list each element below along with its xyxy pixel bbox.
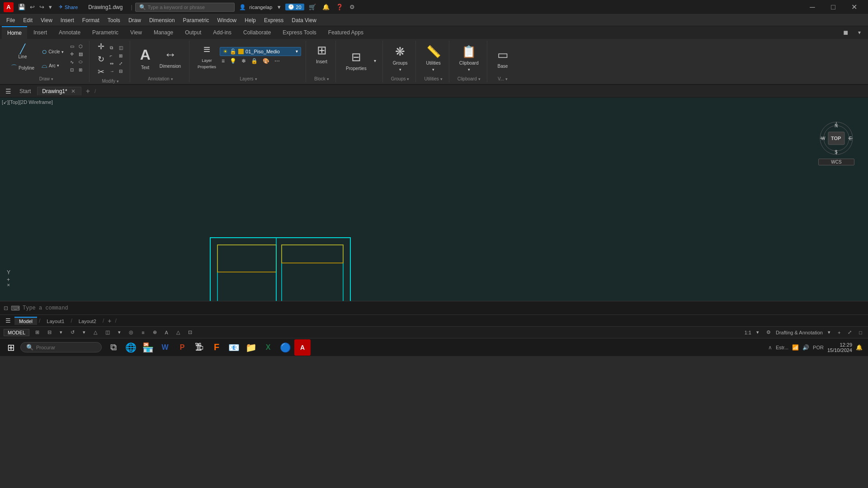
ribbon-collapse[interactable]: ▾ xyxy=(853,26,866,39)
tab-parametric[interactable]: Parametric xyxy=(87,26,124,39)
show-hidden-button[interactable]: ∧ xyxy=(768,344,772,351)
properties-button[interactable]: ⊟ Properties xyxy=(342,47,370,74)
trans-button[interactable]: ⊕ xyxy=(151,328,159,336)
offset-button[interactable]: ⊟ xyxy=(117,68,125,75)
rectangle-button[interactable]: ▭ xyxy=(68,43,76,50)
osnap-button[interactable]: ◫ xyxy=(103,328,112,336)
language-label[interactable]: POR xyxy=(813,345,824,350)
add-layout-button[interactable]: + xyxy=(106,317,113,324)
share-button[interactable]: ✈Share xyxy=(57,3,80,11)
clipboard-group-label[interactable]: Clipboard ▾ xyxy=(458,76,481,82)
utilities-group-label[interactable]: Utilities ▾ xyxy=(424,76,442,82)
workspace-dropdown[interactable]: ▾ xyxy=(826,328,833,336)
orbit-button[interactable]: ↺ xyxy=(68,328,77,336)
layers-group-label[interactable]: Layers ▾ xyxy=(240,76,257,82)
notification-icon[interactable]: 🔔 xyxy=(856,344,863,351)
hatch-button[interactable]: ▤ xyxy=(77,51,85,57)
spline-button[interactable]: ∿ xyxy=(68,58,76,66)
groups-button[interactable]: ❋ Groups ▾ xyxy=(389,42,411,75)
menu-window[interactable]: Window xyxy=(214,14,241,26)
menu-edit[interactable]: Edit xyxy=(19,14,36,26)
tab-output[interactable]: Output xyxy=(179,26,207,39)
tab-insert[interactable]: Insert xyxy=(28,26,52,39)
add-status-button[interactable]: + xyxy=(835,329,843,336)
scale-dropdown[interactable]: ▾ xyxy=(754,328,761,336)
tab-featuredapps[interactable]: Featured Apps xyxy=(323,26,369,39)
tab-manage[interactable]: Manage xyxy=(148,26,179,39)
redo-button[interactable]: ↪ xyxy=(38,3,46,11)
store-app[interactable]: 🏪 xyxy=(140,339,156,356)
mirror-button[interactable]: ◫ xyxy=(117,44,125,52)
sel-cycle-button[interactable]: A xyxy=(163,329,170,336)
browser-app[interactable]: 🌐 xyxy=(123,339,139,356)
tab-annotate[interactable]: Annotate xyxy=(53,26,86,39)
rotate-button[interactable]: ↻ xyxy=(96,53,106,65)
menu-tools[interactable]: Tools xyxy=(104,14,124,26)
polar-button[interactable]: △ xyxy=(91,328,99,336)
winrar-app[interactable]: 🗜 xyxy=(191,339,208,356)
search-box[interactable]: 🔍 xyxy=(135,3,235,12)
trim-button[interactable]: ✂ xyxy=(96,66,106,78)
snap-button[interactable]: ⊟ xyxy=(45,328,54,336)
modify-group-label[interactable]: Modify ▾ xyxy=(102,79,118,84)
command-input[interactable] xyxy=(23,305,864,311)
taskbar-search-input[interactable] xyxy=(36,345,95,350)
region-button[interactable]: ⊡ xyxy=(68,66,76,73)
layer-off-button[interactable]: 💡 xyxy=(228,57,238,65)
tab-model[interactable]: Model xyxy=(14,317,37,325)
viewport-label[interactable]: [↙][Top][2D Wireframe] xyxy=(2,99,53,105)
layer-color-button[interactable]: 🎨 xyxy=(261,57,271,65)
start-button[interactable]: ⊞ xyxy=(2,340,20,355)
osnap-dropdown[interactable]: ▾ xyxy=(116,328,123,336)
tab-layout1[interactable]: Layout1 xyxy=(42,317,69,325)
undo-button[interactable]: ↩ xyxy=(28,3,37,11)
layer-match-button[interactable]: ≡ xyxy=(220,57,226,65)
dimension-button[interactable]: ↔ Dimension xyxy=(156,45,184,71)
nav-menu-button[interactable]: ☰ xyxy=(4,87,13,96)
taskbar-search[interactable]: 🔍 xyxy=(20,342,102,352)
tab-home[interactable]: Home xyxy=(2,26,27,39)
clipboard-button[interactable]: 📋 Clipboard ▾ xyxy=(456,42,482,75)
save-button[interactable]: 💾 xyxy=(16,3,27,11)
close-button[interactable]: ✕ xyxy=(844,0,864,14)
store-button[interactable]: 🛒 xyxy=(307,3,318,11)
layout-menu-button[interactable]: ☰ xyxy=(4,316,13,325)
word-app[interactable]: W xyxy=(157,339,173,356)
grid-display-button[interactable]: ⊞ xyxy=(33,328,42,336)
menu-format[interactable]: Format xyxy=(79,14,103,26)
autocad-app[interactable]: A xyxy=(294,339,311,356)
menu-view[interactable]: View xyxy=(37,14,56,26)
tab-expresstools[interactable]: Express Tools xyxy=(277,26,321,39)
tab-start[interactable]: Start xyxy=(15,85,35,98)
fullscreen-button[interactable]: ⤢ xyxy=(845,328,854,336)
tab-view[interactable]: View xyxy=(125,26,147,39)
edge-app[interactable]: 🔵 xyxy=(277,339,293,356)
array-button[interactable]: ⊞ xyxy=(117,52,125,59)
close-drawing-tab-button[interactable]: ✕ xyxy=(70,88,76,94)
layer-properties-button[interactable]: ≡ Layer Properties xyxy=(196,41,218,71)
draw-group-label[interactable]: Draw ▾ xyxy=(39,76,53,82)
taskview-app[interactable]: ⧉ xyxy=(105,339,122,356)
model-space-button[interactable]: MODEL xyxy=(4,329,29,336)
scale-button[interactable]: ⤢ xyxy=(117,60,125,67)
polygon-button[interactable]: ⬡ xyxy=(77,43,85,50)
layer-freeze-button[interactable]: ❄ xyxy=(240,57,248,65)
arc-button[interactable]: ⌓ Arc ▾ xyxy=(39,60,66,71)
menu-help[interactable]: Help xyxy=(241,14,259,26)
text-button[interactable]: A Text xyxy=(137,44,154,73)
line-button[interactable]: ╱ Line xyxy=(8,42,37,61)
filezilla-app[interactable]: F xyxy=(208,339,225,356)
move-button[interactable]: ✛ xyxy=(68,51,76,57)
circle-button[interactable]: ○ Circle ▾ xyxy=(39,45,66,59)
minimize-button[interactable]: ─ xyxy=(802,0,823,14)
menu-parametric[interactable]: Parametric xyxy=(179,14,213,26)
layer-more-button[interactable]: ⋯ xyxy=(273,57,282,65)
menu-file[interactable]: File xyxy=(3,14,19,26)
dyn-ucs-button[interactable]: ⊡ xyxy=(186,328,194,336)
settings-button[interactable]: ⚙ xyxy=(348,3,357,11)
lineweight-button[interactable]: ≡ xyxy=(139,329,146,336)
files-app[interactable]: 📁 xyxy=(243,339,259,356)
annotation-group-label[interactable]: Annotation ▾ xyxy=(148,76,173,82)
base-button[interactable]: ▭ Base xyxy=(494,45,512,71)
ellipse-button[interactable]: ⬭ xyxy=(77,58,85,66)
